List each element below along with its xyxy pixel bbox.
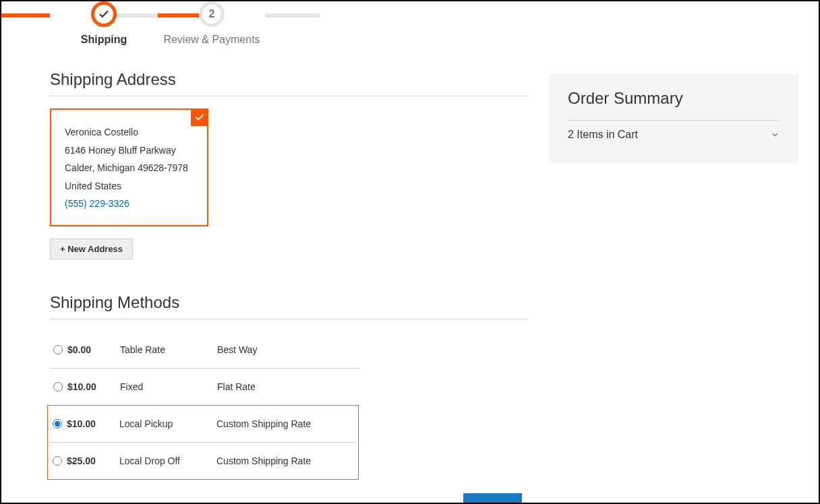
- method-cell: Local Drop Off: [119, 455, 216, 466]
- divider: [50, 319, 529, 319]
- shipping-address-title: Shipping Address: [50, 70, 529, 89]
- price-cell: $10.00: [67, 381, 120, 392]
- address-card-selected[interactable]: Veronica Costello 6146 Honey Bluff Parkw…: [50, 108, 208, 226]
- shipping-methods-title: Shipping Methods: [50, 293, 529, 312]
- method-cell: Fixed: [120, 381, 217, 392]
- table-row[interactable]: $10.00 Fixed Flat Rate: [50, 369, 360, 405]
- order-summary: Order Summary 2 Items in Cart: [549, 74, 798, 164]
- method-cell: Table Rate: [120, 344, 217, 355]
- progress-bar: Shipping 2 Review & Payments: [50, 1, 800, 46]
- shipping-radio[interactable]: [53, 345, 63, 354]
- progress-line: [266, 13, 320, 18]
- address-country: United States: [65, 177, 194, 195]
- step-review-circle[interactable]: 2: [199, 1, 225, 27]
- chevron-down-icon: [770, 130, 780, 139]
- highlighted-methods: $10.00 Local Pickup Custom Shipping Rate…: [47, 405, 359, 480]
- shipping-radio[interactable]: [53, 382, 63, 391]
- carrier-cell: Best Way: [217, 344, 360, 355]
- carrier-cell: Custom Shipping Rate: [216, 455, 357, 466]
- step-shipping-circle[interactable]: [91, 1, 117, 27]
- step-shipping-label: Shipping: [81, 34, 127, 46]
- next-button[interactable]: Next: [463, 493, 522, 504]
- new-address-button[interactable]: + New Address: [50, 239, 133, 259]
- selected-badge: [191, 108, 208, 126]
- method-cell: Local Pickup: [119, 418, 216, 429]
- progress-line: [0, 13, 50, 18]
- shipping-radio[interactable]: [53, 456, 62, 466]
- check-icon: [194, 112, 205, 123]
- carrier-cell: Custom Shipping Rate: [216, 418, 357, 429]
- order-summary-title: Order Summary: [568, 89, 780, 108]
- address-phone[interactable]: (555) 229-3326: [65, 198, 129, 209]
- check-icon: [98, 8, 110, 20]
- divider: [50, 96, 529, 96]
- carrier-cell: Flat Rate: [217, 381, 360, 392]
- step-review-label: Review & Payments: [163, 34, 260, 46]
- address-city: Calder, Michigan 49628-7978: [65, 159, 194, 177]
- address-street: 6146 Honey Bluff Parkway: [65, 141, 194, 160]
- table-row[interactable]: $10.00 Local Pickup Custom Shipping Rate: [49, 406, 357, 443]
- price-cell: $25.00: [67, 455, 119, 466]
- cart-items-toggle[interactable]: 2 Items in Cart: [568, 120, 780, 149]
- shipping-methods-table: $0.00 Table Rate Best Way $10.00 Fixed F…: [50, 332, 360, 405]
- price-cell: $10.00: [67, 418, 119, 429]
- table-row[interactable]: $0.00 Table Rate Best Way: [50, 332, 360, 369]
- price-cell: $0.00: [67, 344, 120, 355]
- address-name: Veronica Costello: [65, 123, 194, 141]
- shipping-radio[interactable]: [53, 419, 62, 429]
- cart-items-label: 2 Items in Cart: [568, 129, 638, 141]
- table-row[interactable]: $25.00 Local Drop Off Custom Shipping Ra…: [49, 443, 357, 479]
- step-number: 2: [209, 8, 215, 20]
